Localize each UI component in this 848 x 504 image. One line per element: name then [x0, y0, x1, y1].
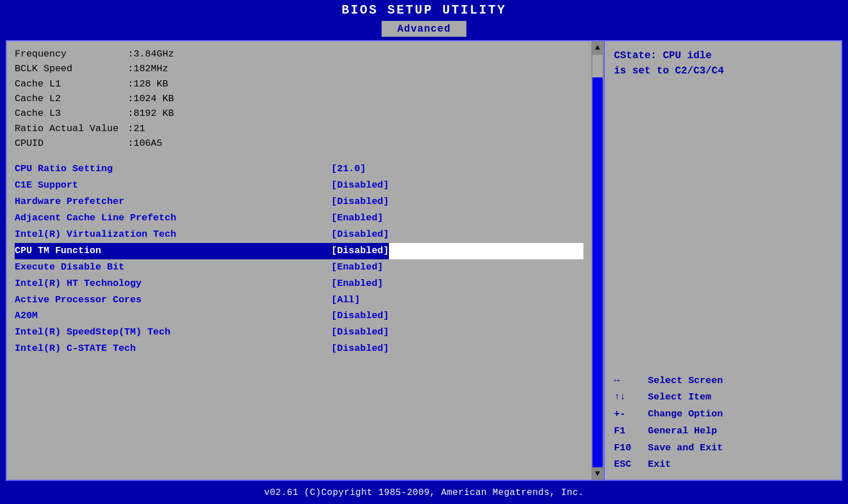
setting-name-0: CPU Ratio Setting — [15, 161, 331, 177]
info-label-cpuid: CPUID — [15, 136, 128, 151]
info-value-cache-l1: :128 KB — [128, 77, 168, 92]
key-row-3: F1General Help — [614, 423, 832, 440]
setting-name-5: CPU TM Function — [15, 243, 331, 259]
setting-name-3: Adjacent Cache Line Prefetch — [15, 210, 331, 227]
setting-value-11: [Disabled] — [331, 341, 389, 357]
setting-value-4: [Disabled] — [331, 227, 389, 243]
key-row-5: ESCExit — [614, 456, 832, 473]
info-label-cache-l1: Cache L1 — [15, 77, 128, 92]
key-symbol-4: F10 — [614, 440, 648, 457]
bios-title: BIOS SETUP UTILITY — [341, 3, 507, 18]
info-value-cache-l2: :1024 KB — [128, 92, 174, 106]
info-row-bclk: BCLK Speed :182MHz — [15, 62, 583, 76]
key-desc-4: Save and Exit — [648, 440, 723, 457]
right-panel: CState: CPU idle is set to C2/C3/C4 ↔Sel… — [604, 41, 841, 480]
key-row-4: F10Save and Exit — [614, 440, 832, 457]
cpu-info-section: Frequency :3.84GHz BCLK Speed :182MHz Ca… — [15, 47, 583, 151]
tab-bar: Advanced — [0, 20, 848, 37]
setting-name-6: Execute Disable Bit — [15, 259, 331, 276]
setting-name-7: Intel(R) HT Technology — [15, 276, 331, 292]
setting-row-6[interactable]: Execute Disable Bit[Enabled] — [15, 259, 583, 276]
setting-row-9[interactable]: A20M[Disabled] — [15, 308, 583, 324]
left-panel: Frequency :3.84GHz BCLK Speed :182MHz Ca… — [7, 41, 591, 480]
info-row-frequency: Frequency :3.84GHz — [15, 47, 583, 62]
setting-row-7[interactable]: Intel(R) HT Technology[Enabled] — [15, 276, 583, 292]
info-row-cache-l3: Cache L3 :8192 KB — [15, 106, 583, 121]
title-bar: BIOS SETUP UTILITY — [0, 0, 848, 20]
info-row-cache-l2: Cache L2 :1024 KB — [15, 92, 583, 106]
key-symbol-5: ESC — [614, 456, 648, 473]
key-row-0: ↔Select Screen — [614, 372, 832, 389]
info-value-cache-l3: :8192 KB — [128, 106, 174, 121]
key-bindings: ↔Select Screen↑↓Select Item+-Change Opti… — [614, 372, 832, 473]
info-label-cache-l3: Cache L3 — [15, 106, 128, 121]
setting-row-10[interactable]: Intel(R) SpeedStep(TM) Tech[Disabled] — [15, 324, 583, 341]
info-label-ratio: Ratio Actual Value — [15, 121, 128, 136]
setting-name-1: C1E Support — [15, 177, 331, 194]
info-row-cache-l1: Cache L1 :128 KB — [15, 77, 583, 92]
info-value-bclk: :182MHz — [128, 62, 168, 76]
setting-row-4[interactable]: Intel(R) Virtualization Tech[Disabled] — [15, 227, 583, 243]
scroll-up-arrow[interactable]: ▲ — [591, 41, 604, 54]
setting-value-7: [Enabled] — [331, 276, 383, 292]
setting-value-1: [Disabled] — [331, 177, 389, 194]
setting-value-9: [Disabled] — [331, 308, 389, 324]
setting-row-5[interactable]: CPU TM Function[Disabled] — [15, 243, 583, 259]
info-label-cache-l2: Cache L2 — [15, 92, 128, 106]
key-desc-5: Exit — [648, 456, 671, 473]
info-label-frequency: Frequency — [15, 47, 128, 62]
info-value-cpuid: :106A5 — [128, 136, 162, 151]
scroll-down-arrow[interactable]: ▼ — [591, 467, 604, 480]
scroll-thumb — [592, 55, 603, 77]
key-row-2: +-Change Option — [614, 406, 832, 423]
footer: v02.61 (C)Copyright 1985-2009, American … — [0, 483, 848, 501]
setting-value-6: [Enabled] — [331, 259, 383, 276]
key-symbol-0: ↔ — [614, 372, 648, 389]
settings-list: CPU Ratio Setting[21.0]C1E Support[Disab… — [15, 161, 583, 357]
setting-name-9: A20M — [15, 308, 331, 324]
scroll-blue — [592, 77, 603, 467]
key-row-1: ↑↓Select Item — [614, 389, 832, 406]
setting-row-2[interactable]: Hardware Prefetcher[Disabled] — [15, 194, 583, 210]
footer-text: v02.61 (C)Copyright 1985-2009, American … — [264, 488, 584, 498]
tab-advanced[interactable]: Advanced — [382, 21, 466, 37]
info-value-frequency: :3.84GHz — [128, 47, 174, 62]
setting-value-2: [Disabled] — [331, 194, 389, 210]
key-symbol-3: F1 — [614, 423, 648, 440]
key-desc-0: Select Screen — [648, 372, 723, 389]
setting-name-2: Hardware Prefetcher — [15, 194, 331, 210]
info-row-ratio: Ratio Actual Value :21 — [15, 121, 583, 136]
main-content: Frequency :3.84GHz BCLK Speed :182MHz Ca… — [6, 40, 842, 481]
setting-row-0[interactable]: CPU Ratio Setting[21.0] — [15, 161, 583, 177]
key-symbol-1: ↑↓ — [614, 389, 648, 406]
key-desc-3: General Help — [648, 423, 717, 440]
setting-value-10: [Disabled] — [331, 324, 389, 341]
setting-name-10: Intel(R) SpeedStep(TM) Tech — [15, 324, 331, 341]
scrollbar[interactable]: ▲ ▼ — [591, 41, 604, 480]
setting-name-11: Intel(R) C-STATE Tech — [15, 341, 331, 357]
key-symbol-2: +- — [614, 406, 648, 423]
info-value-ratio: :21 — [128, 121, 145, 136]
setting-value-3: [Enabled] — [331, 210, 383, 227]
setting-name-8: Active Processor Cores — [15, 292, 331, 309]
key-desc-2: Change Option — [648, 406, 723, 423]
setting-value-5: [Disabled] — [331, 243, 389, 259]
setting-row-8[interactable]: Active Processor Cores[All] — [15, 292, 583, 309]
setting-value-8: [All] — [331, 292, 360, 309]
key-desc-1: Select Item — [648, 389, 711, 406]
help-text: CState: CPU idle is set to C2/C3/C4 — [614, 48, 832, 79]
setting-value-0: [21.0] — [331, 161, 366, 177]
setting-name-4: Intel(R) Virtualization Tech — [15, 227, 331, 243]
setting-row-3[interactable]: Adjacent Cache Line Prefetch[Enabled] — [15, 210, 583, 227]
info-row-cpuid: CPUID :106A5 — [15, 136, 583, 151]
setting-row-1[interactable]: C1E Support[Disabled] — [15, 177, 583, 194]
scroll-track — [591, 54, 604, 467]
info-label-bclk: BCLK Speed — [15, 62, 128, 76]
setting-row-11[interactable]: Intel(R) C-STATE Tech[Disabled] — [15, 341, 583, 357]
